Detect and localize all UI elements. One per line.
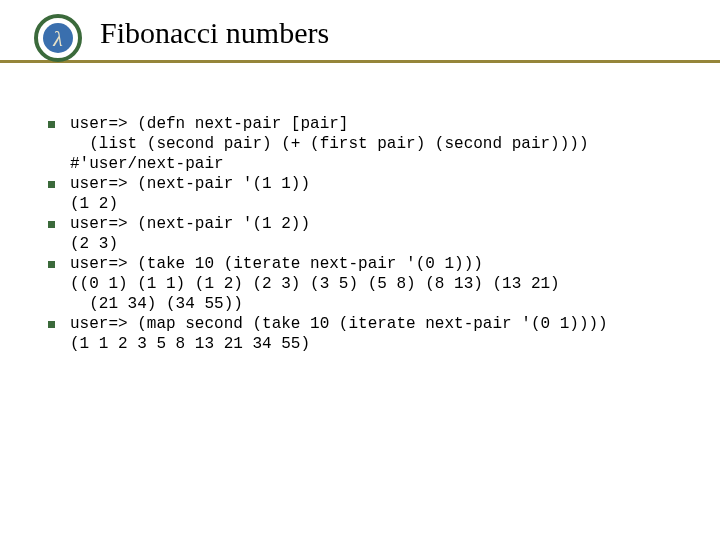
list-item: user=> (next-pair '(1 1)) (1 2) [40,174,690,214]
svg-text:λ: λ [52,26,63,51]
list-item: user=> (map second (take 10 (iterate nex… [40,314,690,354]
slide-content: user=> (defn next-pair [pair] (list (sec… [0,80,720,354]
header-divider [0,60,720,63]
lambda-logo: λ [34,14,82,62]
code-block: user=> (take 10 (iterate next-pair '(0 1… [70,254,690,314]
code-block: user=> (next-pair '(1 1)) (1 2) [70,174,690,214]
list-item: user=> (take 10 (iterate next-pair '(0 1… [40,254,690,314]
bullet-list: user=> (defn next-pair [pair] (list (sec… [40,114,690,354]
code-block: user=> (defn next-pair [pair] (list (sec… [70,114,690,174]
list-item: user=> (defn next-pair [pair] (list (sec… [40,114,690,174]
page-title: Fibonacci numbers [100,10,720,49]
slide-header: λ Fibonacci numbers [0,0,720,80]
code-block: user=> (map second (take 10 (iterate nex… [70,314,690,354]
code-block: user=> (next-pair '(1 2)) (2 3) [70,214,690,254]
slide: λ Fibonacci numbers user=> (defn next-pa… [0,0,720,540]
list-item: user=> (next-pair '(1 2)) (2 3) [40,214,690,254]
